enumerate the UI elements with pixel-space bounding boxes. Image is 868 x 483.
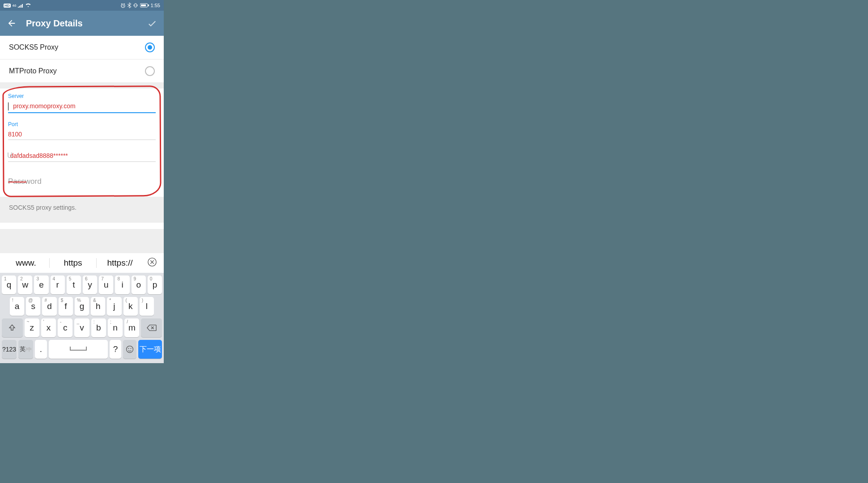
soft-keyboard: www. https https:// 1q2w3e4r5t6y7u8i9o0p… [0, 253, 164, 363]
key-u[interactable]: 7u [99, 275, 113, 294]
svg-rect-4 [148, 4, 149, 6]
app-bar: Proxy Details [0, 11, 164, 36]
key-f[interactable]: $f [59, 297, 73, 316]
key-r[interactable]: 4r [51, 275, 65, 294]
key-z[interactable]: ~z [25, 318, 39, 337]
bluetooth-icon [128, 3, 131, 8]
key-v[interactable]: _v [74, 318, 89, 337]
key-i[interactable]: 8i [115, 275, 129, 294]
alarm-icon [120, 3, 126, 8]
socks5-hint: SOCKS5 proxy settings. [0, 197, 164, 218]
proxy-type-socks5[interactable]: SOCKS5 Proxy [0, 36, 164, 59]
key-l[interactable]: )l [140, 297, 154, 316]
svg-rect-1 [135, 4, 136, 7]
server-label: Server [8, 93, 156, 99]
port-field[interactable]: Port 8100 [8, 121, 156, 140]
username-prefix: U [7, 152, 13, 159]
key-a[interactable]: !a [10, 297, 24, 316]
proxy-type-mtproto[interactable]: MTProto Proxy [0, 59, 164, 82]
confirm-button[interactable] [146, 18, 158, 29]
proxy-type-label: SOCKS5 Proxy [9, 43, 58, 51]
key-next[interactable]: 下一项 [138, 340, 162, 359]
proxy-type-label: MTProto Proxy [9, 67, 57, 75]
status-time: 1:55 [151, 3, 160, 8]
password-field[interactable]: Password [8, 175, 156, 188]
svg-point-6 [127, 346, 133, 353]
key-b[interactable]: :b [91, 318, 106, 337]
close-suggestions-icon[interactable] [143, 257, 161, 269]
key-language[interactable]: 英/中 [18, 340, 33, 359]
key-c[interactable]: -c [58, 318, 72, 337]
svg-rect-3 [141, 4, 146, 6]
radio-unselected-icon [145, 66, 155, 76]
svg-point-7 [128, 348, 129, 349]
hd-badge: HD [4, 4, 11, 8]
key-o[interactable]: 9o [132, 275, 146, 294]
key-period[interactable]: . [35, 340, 47, 359]
wifi-icon [25, 3, 31, 8]
key-k[interactable]: (k [123, 297, 138, 316]
key-e[interactable]: 3e [34, 275, 48, 294]
key-space[interactable] [49, 340, 108, 359]
key-h[interactable]: &h [91, 297, 105, 316]
keyboard-row-3: ~z'x-c_v:b;n/m [2, 318, 162, 337]
key-g[interactable]: %g [75, 297, 89, 316]
keyboard-row-2: !a@s#d$f%g&h*j(k)l [2, 297, 162, 316]
suggestion-bar: www. https https:// [0, 253, 164, 273]
key-w[interactable]: 2w [18, 275, 32, 294]
keyboard-row-bottom: ?123 英/中 . ? 下一项 [2, 340, 162, 359]
key-p[interactable]: 0p [148, 275, 162, 294]
signal-4g-icon: 46 [13, 4, 17, 8]
next-section-peek [0, 223, 164, 229]
section-gap [0, 82, 164, 89]
keyboard-row-1: 1q2w3e4r5t6y7u8i9o0p [2, 275, 162, 294]
keyboard-rows: 1q2w3e4r5t6y7u8i9o0p !a@s#d$f%g&h*j(k)l … [0, 273, 164, 363]
key-q[interactable]: 1q [2, 275, 16, 294]
status-right: 1:55 [120, 3, 160, 8]
signal-bars-icon [18, 3, 23, 8]
key-x[interactable]: 'x [41, 318, 56, 337]
radio-selected-icon [145, 42, 155, 52]
battery-icon [140, 3, 149, 8]
key-n[interactable]: ;n [108, 318, 123, 337]
key-d[interactable]: #d [42, 297, 56, 316]
key-y[interactable]: 6y [83, 275, 97, 294]
vibrate-icon [133, 3, 138, 8]
username-value: dafdadsad8888****** [10, 152, 68, 159]
phone-frame: HD 46 1:55 [0, 0, 164, 363]
key-j[interactable]: *j [107, 297, 121, 316]
back-button[interactable] [5, 18, 18, 28]
server-value: proxy.momoproxy.com [13, 102, 76, 110]
page-title: Proxy Details [18, 18, 146, 29]
status-bar: HD 46 1:55 [0, 0, 164, 11]
key-question[interactable]: ? [110, 340, 121, 359]
suggestion-item[interactable]: https:// [97, 258, 143, 268]
port-value: 8100 [8, 131, 22, 138]
password-label: Password [8, 177, 42, 186]
key-symbols[interactable]: ?123 [2, 340, 17, 359]
suggestion-item[interactable]: https [50, 258, 97, 268]
key-t[interactable]: 5t [67, 275, 81, 294]
svg-point-8 [131, 348, 132, 349]
text-cursor [8, 102, 9, 110]
proxy-form: Server proxy.momoproxy.com Port 8100 Uda… [0, 89, 164, 197]
port-label: Port [8, 121, 156, 127]
key-emoji[interactable] [123, 340, 136, 359]
key-backspace[interactable] [141, 318, 162, 337]
server-field[interactable]: Server proxy.momoproxy.com [8, 93, 156, 113]
username-field[interactable]: Udafdadsad8888****** [8, 150, 156, 162]
key-m[interactable]: /m [124, 318, 139, 337]
suggestion-item[interactable]: www. [3, 258, 50, 268]
key-shift[interactable] [2, 318, 23, 337]
key-s[interactable]: @s [26, 297, 40, 316]
status-left: HD 46 [4, 3, 31, 8]
